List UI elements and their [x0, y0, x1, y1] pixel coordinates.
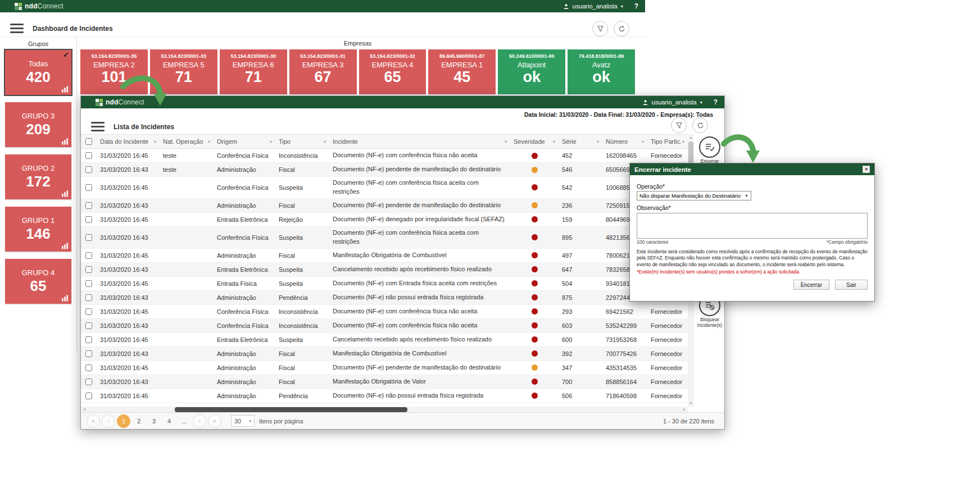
encerrar-action: Encerrar — [694, 136, 725, 165]
group-card[interactable]: ✓ Todas 420 — [5, 50, 71, 95]
company-card[interactable]: 53.154.823/0001-35 EMPRESA 2 101 — [80, 49, 148, 94]
page-button[interactable]: 4 — [162, 414, 176, 428]
column-header-nat-operacao[interactable]: Nat. Operação▾ — [160, 135, 214, 148]
operation-select[interactable]: Não disparar Manifestação do Destinatári… — [637, 191, 751, 200]
select-all-checkbox[interactable] — [85, 138, 92, 145]
refresh-button[interactable] — [614, 21, 629, 37]
row-checkbox[interactable] — [85, 152, 92, 159]
row-checkbox[interactable] — [85, 336, 92, 343]
filter-button[interactable] — [671, 117, 687, 133]
sort-caret-icon[interactable]: ▾ — [324, 139, 326, 144]
row-checkbox[interactable] — [85, 166, 92, 173]
horizontal-scroll-thumb[interactable] — [175, 407, 407, 412]
sort-caret-icon[interactable]: ▾ — [682, 139, 684, 144]
table-row[interactable]: 31/03/2020 16:45 Administração Fiscal Ma… — [81, 249, 688, 263]
row-checkbox[interactable] — [85, 350, 92, 357]
previous-page-button[interactable]: ‹ — [102, 414, 115, 428]
sair-button[interactable]: Sair — [835, 280, 868, 290]
row-checkbox[interactable] — [85, 308, 92, 315]
row-checkbox[interactable] — [85, 266, 92, 273]
column-header-serie[interactable]: Série▾ — [559, 135, 602, 148]
encerrar-confirm-button[interactable]: Encerrar — [793, 280, 829, 290]
more-pages-button[interactable]: ... — [178, 414, 191, 428]
chevron-down-icon[interactable]: ▾ — [621, 4, 623, 9]
menu-icon[interactable] — [91, 122, 105, 131]
column-header-origem[interactable]: Origem▾ — [214, 135, 275, 148]
table-row[interactable]: 31/03/2020 16:45 teste Conferência Físic… — [81, 149, 688, 163]
company-card[interactable]: 53.154.823/0001-33 EMPRESA 5 71 — [150, 49, 217, 94]
company-card[interactable]: 53.154.823/0001-30 EMPRESA 6 71 — [220, 49, 287, 94]
sort-caret-icon[interactable]: ▾ — [553, 139, 555, 144]
next-page-button[interactable]: › — [193, 414, 206, 428]
last-page-button[interactable]: » — [208, 414, 221, 428]
page-size-select[interactable]: 30 ▾ — [231, 415, 255, 427]
table-row[interactable]: 31/03/2020 16:43 Administração Fiscal Ma… — [81, 347, 688, 361]
table-row[interactable]: 31/03/2020 16:43 Administração Pendência… — [81, 291, 688, 305]
column-header-tipo[interactable]: Tipo▾ — [275, 135, 329, 148]
company-card[interactable]: 79.418.818/0001-89 Avatz ok — [568, 49, 635, 94]
row-checkbox[interactable] — [85, 216, 92, 223]
page-button[interactable]: 3 — [147, 414, 161, 428]
row-checkbox[interactable] — [85, 234, 92, 241]
user-menu[interactable]: usuario_analista ▾ ? — [563, 2, 638, 10]
sort-caret-icon[interactable]: ▾ — [642, 139, 644, 144]
sort-caret-icon[interactable]: ▾ — [154, 139, 156, 144]
help-button[interactable]: ? — [634, 2, 638, 10]
column-header-incidente[interactable]: Incidente▾ — [329, 135, 510, 148]
table-row[interactable]: 31/03/2020 16:45 Entrada Eletrônica Reje… — [81, 213, 688, 227]
sort-caret-icon[interactable]: ▾ — [270, 139, 272, 144]
table-row[interactable]: 31/03/2020 16:45 Conferência Física Susp… — [81, 177, 688, 199]
sort-caret-icon[interactable]: ▾ — [208, 139, 210, 144]
group-card[interactable]: ✓ GRUPO 4 65 — [5, 259, 71, 304]
table-row[interactable]: 31/03/2020 16:43 Administração Fiscal Ma… — [81, 375, 688, 389]
sort-caret-icon[interactable]: ▾ — [505, 139, 507, 144]
table-row[interactable]: 31/03/2020 16:43 Administração Fiscal Do… — [81, 199, 688, 213]
group-card[interactable]: ✓ GRUPO 2 172 — [5, 154, 71, 199]
group-card[interactable]: ✓ GRUPO 1 146 — [5, 207, 71, 252]
row-checkbox[interactable] — [85, 252, 92, 259]
table-row[interactable]: 31/03/2020 16:45 Administração Pendência… — [81, 389, 688, 403]
table-row[interactable]: 31/03/2020 16:43 Conferência Física Inco… — [81, 319, 688, 333]
user-menu-label[interactable]: usuario_analista — [573, 3, 618, 10]
row-checkbox[interactable] — [85, 322, 92, 329]
user-menu-label[interactable]: usuario_analista — [652, 99, 697, 106]
menu-icon[interactable] — [10, 24, 24, 33]
column-header-severidade[interactable]: Severidade▾ — [510, 135, 559, 148]
group-card[interactable]: ✓ GRUPO 3 209 — [5, 102, 71, 147]
sort-caret-icon[interactable]: ▾ — [597, 139, 599, 144]
row-checkbox[interactable] — [85, 378, 92, 385]
filter-button[interactable] — [592, 21, 608, 37]
encerrar-incident-button[interactable] — [699, 136, 720, 158]
company-card[interactable]: 53.154.823/0001-32 EMPRESA 4 65 — [359, 49, 427, 94]
company-card[interactable]: 89.845.660/0001-87 EMPRESA 1 45 — [428, 49, 496, 94]
scroll-up-icon[interactable]: ▲ — [688, 134, 694, 141]
scroll-down-icon[interactable]: ▼ — [688, 400, 694, 407]
user-menu[interactable]: usuario_analista ▾ ? — [642, 98, 718, 106]
page-button[interactable]: 1 — [117, 414, 130, 428]
row-checkbox[interactable] — [85, 294, 92, 301]
table-row[interactable]: 31/03/2020 16:43 Entrada Eletrônica Susp… — [81, 263, 688, 277]
observation-textarea[interactable] — [637, 213, 868, 239]
table-row[interactable]: 31/03/2020 16:43 Conferência Física Susp… — [81, 227, 688, 249]
page-button[interactable]: 2 — [132, 414, 146, 428]
row-checkbox[interactable] — [85, 364, 92, 371]
row-checkbox[interactable] — [85, 393, 92, 399]
help-button[interactable]: ? — [714, 98, 718, 106]
chevron-down-icon[interactable]: ▾ — [700, 100, 702, 105]
refresh-button[interactable] — [692, 117, 708, 133]
table-row[interactable]: 31/03/2020 16:45 Entrada Eletrônica Susp… — [81, 333, 688, 347]
table-row[interactable]: 31/03/2020 16:45 Conferência Física Inco… — [81, 305, 688, 319]
close-icon[interactable]: ✕ — [863, 166, 870, 173]
first-page-button[interactable]: « — [87, 414, 100, 428]
row-checkbox[interactable] — [85, 202, 92, 209]
row-checkbox[interactable] — [85, 280, 92, 287]
table-row[interactable]: 31/03/2020 16:43 teste Administração Fis… — [81, 163, 688, 177]
table-row[interactable]: 31/03/2020 16:45 Entrada Física Suspeita… — [81, 277, 688, 291]
column-header-tipo-participante[interactable]: Tipo Partic...▾ — [647, 135, 688, 148]
column-header-numero[interactable]: Número▾ — [602, 135, 647, 148]
table-row[interactable]: 31/03/2020 16:45 Administração Fiscal Do… — [81, 361, 688, 375]
column-header-data-incidente[interactable]: Data do Incidente▾ — [97, 135, 160, 148]
company-card[interactable]: 50.249.610/0001-00 Atlapoint ok — [498, 49, 565, 94]
company-card[interactable]: 53.154.823/0001-31 EMPRESA 3 67 — [289, 49, 357, 94]
row-checkbox[interactable] — [85, 184, 92, 191]
